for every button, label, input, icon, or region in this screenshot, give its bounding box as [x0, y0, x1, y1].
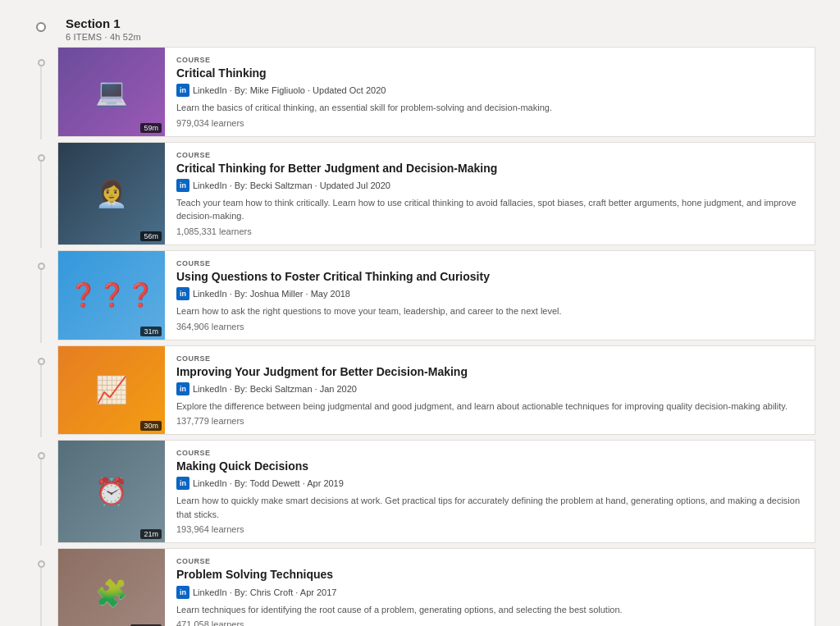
- course-timeline-line-1: [40, 66, 42, 139]
- course-learners-6: 471,058 learners: [176, 619, 803, 626]
- courses-list: 💻59m COURSE Critical Thinking in LinkedI…: [25, 47, 815, 626]
- course-type-label-5: COURSE: [176, 449, 803, 457]
- course-timeline-circle-2: [38, 154, 45, 162]
- course-timeline-line-4: [40, 365, 42, 438]
- course-thumbnail-4: 📈30m: [58, 346, 165, 435]
- course-type-label-6: COURSE: [176, 557, 803, 565]
- course-thumbnail-3: ❓❓❓31m: [58, 251, 165, 340]
- section-meta: 6 ITEMS · 4h 52m: [66, 32, 141, 42]
- course-row-4: 📈30m COURSE Improving Your Judgment for …: [25, 345, 815, 438]
- course-timeline-line-2: [40, 162, 42, 248]
- course-learners-1: 979,034 learners: [176, 118, 803, 128]
- course-title-4[interactable]: Improving Your Judgment for Better Decis…: [176, 364, 803, 379]
- linkedin-icon-6: in: [176, 586, 189, 599]
- course-author-2: LinkedIn · By: Becki Saltzman · Updated …: [193, 180, 390, 190]
- course-card-1[interactable]: 💻59m COURSE Critical Thinking in LinkedI…: [57, 47, 815, 137]
- course-learners-3: 364,906 learners: [176, 322, 803, 331]
- course-timeline-line-3: [40, 270, 42, 343]
- course-row-2: 👩‍💼56m COURSE Critical Thinking for Bett…: [25, 142, 815, 248]
- course-row-5: ⏰21m COURSE Making Quick Decisions in Li…: [25, 440, 815, 546]
- linkedin-icon-1: in: [176, 84, 189, 97]
- course-author-4: LinkedIn · By: Becki Saltzman · Jan 2020: [193, 384, 357, 394]
- course-timeline-circle-4: [38, 358, 45, 365]
- course-description-1: Learn the basics of critical thinking, a…: [176, 101, 803, 115]
- course-timeline-line-5: [40, 459, 42, 546]
- section-title: Section 1: [66, 16, 141, 30]
- course-thumbnail-6: 🧩1h 32m: [58, 549, 165, 626]
- course-timeline-circle-3: [38, 263, 45, 270]
- course-timeline-line-6: [40, 568, 42, 626]
- course-description-4: Explore the difference between being jud…: [176, 400, 803, 414]
- course-title-1[interactable]: Critical Thinking: [176, 66, 803, 80]
- course-title-2[interactable]: Critical Thinking for Better Judgment an…: [176, 161, 803, 176]
- course-card-5[interactable]: ⏰21m COURSE Making Quick Decisions in Li…: [57, 440, 815, 543]
- course-description-3: Learn how to ask the right questions to …: [176, 304, 803, 318]
- course-type-label-1: COURSE: [176, 56, 803, 64]
- course-row-6: 🧩1h 32m COURSE Problem Solving Technique…: [25, 548, 815, 626]
- course-type-label-3: COURSE: [176, 259, 803, 267]
- course-row-1: 💻59m COURSE Critical Thinking in LinkedI…: [25, 47, 815, 139]
- course-type-label-4: COURSE: [176, 354, 803, 363]
- course-thumbnail-2: 👩‍💼56m: [58, 143, 165, 244]
- linkedin-icon-2: in: [176, 179, 189, 192]
- course-author-1: LinkedIn · By: Mike Figliuolo · Updated …: [193, 85, 386, 95]
- linkedin-icon-3: in: [176, 287, 189, 300]
- course-author-6: LinkedIn · By: Chris Croft · Apr 2017: [193, 587, 336, 597]
- linkedin-icon-5: in: [176, 477, 189, 490]
- course-learners-5: 193,964 learners: [176, 524, 803, 534]
- course-learners-2: 1,085,331 learners: [176, 226, 803, 236]
- course-timeline-circle-5: [38, 452, 45, 459]
- course-card-3[interactable]: ❓❓❓31m COURSE Using Questions to Foster …: [57, 250, 815, 340]
- course-row-3: ❓❓❓31m COURSE Using Questions to Foster …: [25, 250, 815, 343]
- course-timeline-circle-6: [38, 560, 45, 568]
- course-title-6[interactable]: Problem Solving Techniques: [176, 567, 803, 582]
- course-description-2: Teach your team how to think critically.…: [176, 196, 803, 223]
- course-description-6: Learn techniques for identifying the roo…: [176, 603, 803, 617]
- course-learners-4: 137,779 learners: [176, 416, 803, 426]
- course-description-5: Learn how to quickly make smart decision…: [176, 494, 803, 521]
- course-card-4[interactable]: 📈30m COURSE Improving Your Judgment for …: [57, 345, 815, 436]
- course-card-2[interactable]: 👩‍💼56m COURSE Critical Thinking for Bett…: [57, 142, 815, 245]
- course-timeline-circle-1: [38, 59, 45, 66]
- linkedin-icon-4: in: [176, 382, 189, 395]
- course-author-5: LinkedIn · By: Todd Dewett · Apr 2019: [193, 478, 344, 488]
- course-author-3: LinkedIn · By: Joshua Miller · May 2018: [193, 289, 350, 299]
- section-timeline-circle: [36, 22, 46, 32]
- course-type-label-2: COURSE: [176, 151, 803, 159]
- course-title-3[interactable]: Using Questions to Foster Critical Think…: [176, 269, 803, 284]
- course-title-5[interactable]: Making Quick Decisions: [176, 459, 803, 473]
- course-thumbnail-1: 💻59m: [58, 48, 165, 136]
- course-card-6[interactable]: 🧩1h 32m COURSE Problem Solving Technique…: [57, 548, 815, 626]
- course-thumbnail-5: ⏰21m: [58, 441, 165, 542]
